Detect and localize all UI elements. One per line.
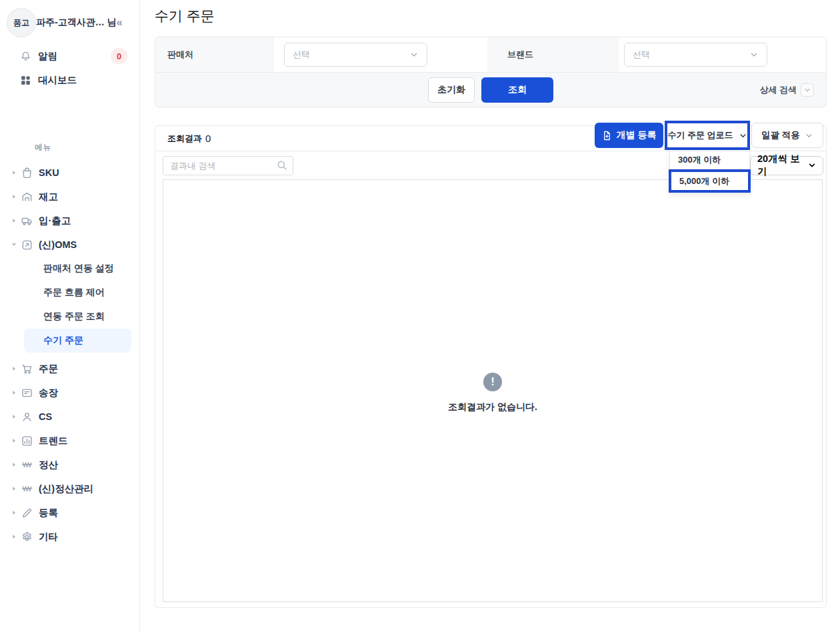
sidebar-item-oms[interactable]: (신)OMS: [0, 233, 139, 257]
sidebar-item-label: 등록: [39, 507, 58, 519]
sidebar-item-label: SKU: [39, 167, 59, 178]
sidebar-subitem-linked-orders[interactable]: 연동 주문 조회: [24, 305, 131, 329]
empty-results-message: 조회결과가 없습니다.: [163, 401, 822, 413]
search-button[interactable]: 조회: [481, 77, 553, 103]
sidebar-item-label: (신)정산관리: [39, 483, 93, 495]
bulk-apply-button[interactable]: 일괄 적용: [751, 123, 823, 148]
filter-panel: 판매처 선택 브랜드 선택 초기화 조회 상세 검색: [155, 37, 827, 107]
chevron-down-icon: [808, 161, 816, 169]
brand-select[interactable]: 선택: [624, 43, 767, 67]
annotation-box-5000: 5,000개 이하: [669, 169, 751, 193]
sidebar-item-register[interactable]: 등록: [0, 501, 139, 525]
caret-right-icon: [9, 461, 19, 468]
search-icon: [276, 159, 288, 171]
brand-select-value: 선택: [633, 49, 650, 61]
results-actions: 개별 등록 수기 주문 업로드 일괄 적용: [595, 121, 823, 150]
chevron-down-icon: [739, 131, 747, 140]
link-icon: [21, 239, 33, 251]
bell-icon: [20, 51, 31, 62]
sidebar-collapse-icon[interactable]: «: [117, 16, 123, 29]
caret-right-icon: [9, 509, 19, 516]
gear-icon: [21, 531, 33, 543]
chevron-down-icon: [805, 131, 813, 140]
sidebar-subitem-seller-sync[interactable]: 판매처 연동 설정: [24, 257, 131, 281]
filter-actions-row: 초기화 조회 상세 검색: [155, 72, 826, 107]
annotation-box-upload: 수기 주문 업로드: [665, 121, 750, 150]
caret-right-icon: [9, 533, 19, 540]
page-size-select[interactable]: 20개씩 보기: [750, 156, 823, 175]
sidebar-item-inbound-outbound[interactable]: 입·출고: [0, 209, 139, 233]
exclamation-icon: !: [483, 373, 502, 391]
invoice-icon: [21, 387, 33, 399]
results-table-area: ! 조회결과가 없습니다.: [163, 179, 823, 602]
page-title: 수기 주문: [155, 7, 840, 25]
upload-option-5000[interactable]: 5,000개 이하: [671, 172, 748, 190]
caret-down-icon: [9, 241, 19, 248]
sidebar-subitem-manual-order[interactable]: 수기 주문: [24, 329, 131, 353]
won-icon: [21, 483, 33, 495]
sidebar-item-label: 입·출고: [39, 215, 71, 227]
bulk-apply-label: 일괄 적용: [761, 129, 800, 141]
sidebar-item-notifications[interactable]: 알림 0: [0, 44, 139, 68]
upload-option-300[interactable]: 300개 이하: [670, 151, 749, 169]
sidebar-item-sku[interactable]: SKU: [0, 161, 139, 185]
sidebar-item-invoice[interactable]: 송장: [0, 381, 139, 405]
file-plus-icon: [602, 131, 612, 141]
sidebar-subitem-order-flow[interactable]: 주문 흐름 제어: [24, 281, 131, 305]
manual-order-upload-button[interactable]: 수기 주문 업로드: [667, 123, 747, 147]
page-size-value: 20개씩 보기: [757, 153, 808, 178]
sidebar-item-label: 기타: [39, 531, 58, 543]
individual-register-button[interactable]: 개별 등록: [595, 123, 663, 148]
chart-icon: [21, 435, 33, 447]
filter-row: 판매처 선택 브랜드 선택: [155, 37, 826, 72]
sidebar-item-label: 트렌드: [39, 435, 68, 447]
sidebar-item-label: 주문: [39, 363, 58, 375]
sidebar-item-label: 재고: [39, 191, 58, 203]
main-content: 수기 주문 판매처 선택 브랜드 선택 초기화 조회 상세 검색: [140, 0, 840, 632]
caret-right-icon: [9, 437, 19, 444]
seller-select[interactable]: 선택: [284, 43, 427, 67]
sidebar-item-etc[interactable]: 기타: [0, 525, 139, 549]
caret-right-icon: [9, 485, 19, 492]
avatar[interactable]: 품고: [7, 8, 36, 37]
notifications-label: 알림: [38, 50, 111, 63]
menu-section-label: 메뉴: [35, 143, 139, 153]
chevron-down-icon: [409, 50, 419, 59]
cart-icon: [21, 363, 33, 375]
results-count-label: 조회결과: [167, 133, 202, 145]
sidebar-item-label: 송장: [39, 387, 58, 399]
caret-right-icon: [9, 217, 19, 224]
won-icon: [21, 459, 33, 471]
truck-icon: [21, 215, 33, 227]
person-icon: [21, 411, 33, 423]
upload-dropdown-menu: 300개 이하 5,000개 이하: [669, 151, 750, 193]
reset-button[interactable]: 초기화: [428, 77, 475, 103]
caret-right-icon: [9, 365, 19, 372]
results-search: [163, 156, 293, 175]
upload-button-label: 수기 주문 업로드: [667, 129, 733, 141]
sidebar-item-settlement-new[interactable]: (신)정산관리: [0, 477, 139, 501]
dashboard-label: 대시보드: [38, 74, 127, 87]
dashboard-icon: [20, 75, 31, 86]
advanced-search-toggle[interactable]: 상세 검색: [759, 73, 814, 107]
sidebar-item-label: CS: [39, 411, 52, 422]
sidebar-item-inventory[interactable]: 재고: [0, 185, 139, 209]
sidebar-item-label: 정산: [39, 459, 58, 471]
sidebar-item-dashboard[interactable]: 대시보드: [0, 68, 139, 92]
bag-icon: [21, 167, 33, 179]
oms-submenu: 판매처 연동 설정 주문 흐름 제어 연동 주문 조회 수기 주문: [0, 257, 139, 353]
brand-filter-label: 브랜드: [507, 49, 533, 61]
seller-select-value: 선택: [293, 49, 310, 61]
sidebar: 품고 파주-고객사관… 님 « 알림 0 대시보드 메뉴 SKU 재고 입·출고: [0, 0, 140, 632]
caret-right-icon: [9, 169, 19, 176]
notification-badge: 0: [111, 48, 127, 64]
sidebar-item-trend[interactable]: 트렌드: [0, 429, 139, 453]
caret-right-icon: [9, 193, 19, 200]
chevron-down-icon: [801, 83, 814, 97]
results-panel: 조회결과 0 개별 등록 수기 주문 업로드 일괄 적용: [155, 125, 827, 608]
sidebar-item-cs[interactable]: CS: [0, 405, 139, 429]
sidebar-item-orders[interactable]: 주문: [0, 357, 139, 381]
advanced-search-label: 상세 검색: [759, 84, 797, 96]
sidebar-item-settlement[interactable]: 정산: [0, 453, 139, 477]
results-search-input[interactable]: [163, 156, 293, 175]
